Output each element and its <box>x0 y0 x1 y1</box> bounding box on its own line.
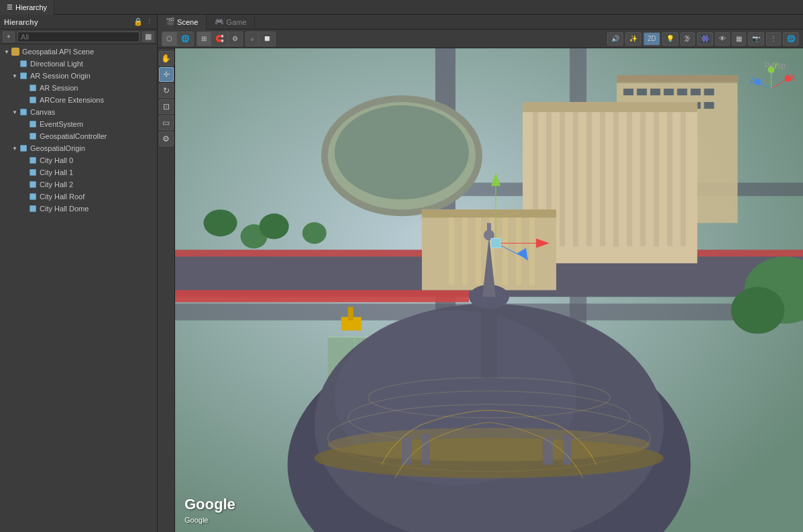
grid-btn[interactable]: ⊞ <box>197 32 211 46</box>
tab-game-label: Game <box>226 18 246 26</box>
panel-header-icons: 🔒 ⋮ <box>133 17 153 26</box>
tree-item-directional-light[interactable]: ▶ Directional Light <box>0 58 157 70</box>
tree-arrow-geospatial: ▼ <box>3 48 11 56</box>
sky-btn[interactable]: 🌫 <box>680 32 695 46</box>
svg-rect-89 <box>491 238 500 248</box>
svg-rect-30 <box>559 112 565 246</box>
svg-rect-38 <box>667 112 672 246</box>
cube-icon-dome <box>28 204 38 213</box>
globe2-btn[interactable]: 🌐 <box>783 32 799 46</box>
svg-rect-64 <box>516 217 521 284</box>
camera-btn[interactable]: 📷 <box>748 32 764 46</box>
svg-point-45 <box>203 209 237 236</box>
cube-icon-city0 <box>28 156 38 165</box>
cube-icon-city2 <box>28 180 38 189</box>
tree-item-ar-session-origin[interactable]: ▼ AR Session Origin <box>0 70 157 82</box>
filter-button[interactable]: ▦ <box>142 32 154 42</box>
tree-label-city2: City Hall 2 <box>40 180 73 189</box>
svg-rect-8 <box>175 290 469 303</box>
svg-rect-63 <box>502 217 508 284</box>
rotate-tool-btn[interactable]: ↻ <box>159 83 174 98</box>
cube-icon-directional <box>19 59 28 68</box>
hand-tool-btn[interactable]: ✋ <box>159 51 174 66</box>
svg-rect-31 <box>573 112 578 246</box>
panel-lock-icon[interactable]: 🔒 <box>133 17 143 26</box>
cube-icon-city1 <box>28 168 38 177</box>
align-btn[interactable]: ⚙ <box>228 32 242 46</box>
tree-arrow-canvas: ▼ <box>11 108 19 116</box>
tree-arrow-geo-origin: ▼ <box>11 144 19 152</box>
top-tab-bar: ☰ Hierarchy <box>0 0 803 15</box>
hierarchy-tab-label: Hierarchy <box>15 3 47 11</box>
tree-item-city-hall-0[interactable]: ▶ City Hall 0 <box>0 154 157 166</box>
hierarchy-toolbar: + ▦ <box>0 30 157 44</box>
tree-item-city-hall-2[interactable]: ▶ City Hall 2 <box>0 178 157 191</box>
svg-rect-11 <box>617 82 737 83</box>
snap-btn[interactable]: 🧲 <box>211 32 228 46</box>
tree-item-geospatial-origin[interactable]: ▼ GeospatialOrigin <box>0 142 157 154</box>
svg-text:Z: Z <box>750 76 755 85</box>
hierarchy-panel-header: Hierarchy 🔒 ⋮ <box>0 15 157 30</box>
scene-tabs: 🎬 Scene 🎮 Game <box>158 15 803 30</box>
tree-label-city1: City Hall 1 <box>40 168 73 176</box>
svg-rect-18 <box>704 89 714 95</box>
move-tool-btn[interactable]: ✛ <box>159 67 174 82</box>
panel-title: Hierarchy <box>4 18 38 26</box>
tree-item-event-system[interactable]: ▶ EventSystem <box>0 118 157 130</box>
multi-tool-btn[interactable]: ⚙ <box>159 131 174 146</box>
svg-rect-25 <box>704 102 714 109</box>
pivot-btn[interactable]: ⬦ <box>246 32 259 46</box>
2d-btn[interactable]: 2D <box>643 32 660 46</box>
local-btn[interactable]: 🔲 <box>259 32 275 46</box>
tree-item-ar-session[interactable]: ▶ AR Session <box>0 82 157 94</box>
tree-item-arcore-extensions[interactable]: ▶ ARCore Extensions <box>0 94 157 106</box>
panel-header-left: Hierarchy <box>4 18 38 26</box>
dots-btn[interactable]: ⋮ <box>766 32 781 46</box>
tree-item-geospatial-scene[interactable]: ▼ Geospatial API Scene <box>0 46 157 58</box>
effects-btn[interactable]: ✨ <box>625 32 641 46</box>
tree-item-city-hall-roof[interactable]: ▶ City Hall Roof <box>0 191 157 203</box>
scene-viewport[interactable]: ✋ ✛ ↻ ⊡ ▭ ⚙ <box>158 48 803 532</box>
tree-label-event: EventSystem <box>40 120 83 128</box>
tree-item-geospatial-controller[interactable]: ▶ GeospatialController <box>0 130 157 142</box>
tree-label-city0: City Hall 0 <box>40 156 73 164</box>
tree-label-geospatial: Geospatial API Scene <box>22 48 94 56</box>
svg-rect-60 <box>462 217 468 284</box>
svg-point-48 <box>303 222 327 244</box>
svg-rect-15 <box>663 89 674 95</box>
svg-rect-36 <box>640 112 645 246</box>
cube-icon-canvas <box>19 107 28 117</box>
hierarchy-tab[interactable]: ☰ Hierarchy <box>0 0 54 15</box>
audio-btn[interactable]: 🔊 <box>607 32 623 46</box>
scale-tool-btn[interactable]: ⊡ <box>159 99 174 114</box>
tree-item-canvas[interactable]: ▼ Canvas <box>0 106 157 118</box>
scene-content: Persp X Z Y Google <box>175 48 803 532</box>
tree-label-ar-session: AR Session <box>40 84 78 92</box>
svg-rect-16 <box>677 89 687 95</box>
rect-tool-btn[interactable]: ▭ <box>159 115 174 130</box>
lighting-btn[interactable]: 💡 <box>662 32 678 46</box>
left-toolbar: ✋ ✛ ↻ ⊡ ▭ ⚙ <box>158 48 175 532</box>
fx-btn[interactable]: 🎆 <box>697 32 713 46</box>
svg-rect-65 <box>529 217 535 284</box>
tree-item-city-hall-dome[interactable]: ▶ City Hall Dome <box>0 203 157 215</box>
tab-scene[interactable]: 🎬 Scene <box>158 15 207 30</box>
draw-mode-btn[interactable]: ⬡ <box>162 32 177 46</box>
tab-game[interactable]: 🎮 Game <box>207 15 255 30</box>
tree-item-city-hall-1[interactable]: ▶ City Hall 1 <box>0 166 157 178</box>
grid-vis-btn[interactable]: ▦ <box>732 32 746 46</box>
svg-point-47 <box>260 213 289 239</box>
svg-rect-74 <box>402 438 412 465</box>
svg-rect-75 <box>422 435 430 465</box>
search-input[interactable] <box>17 32 140 42</box>
scene-svg: Persp X Z Y <box>175 48 803 532</box>
tree-label-geo-origin: GeospatialOrigin <box>30 144 85 152</box>
svg-rect-58 <box>422 209 556 217</box>
cube-icon-event <box>28 119 38 129</box>
panel-menu-icon[interactable]: ⋮ <box>146 17 153 26</box>
svg-rect-39 <box>680 112 686 246</box>
add-button[interactable]: + <box>3 32 15 42</box>
globe-btn[interactable]: 🌐 <box>177 32 193 46</box>
scene-vis-btn[interactable]: 👁 <box>715 32 730 46</box>
svg-rect-32 <box>586 112 592 246</box>
